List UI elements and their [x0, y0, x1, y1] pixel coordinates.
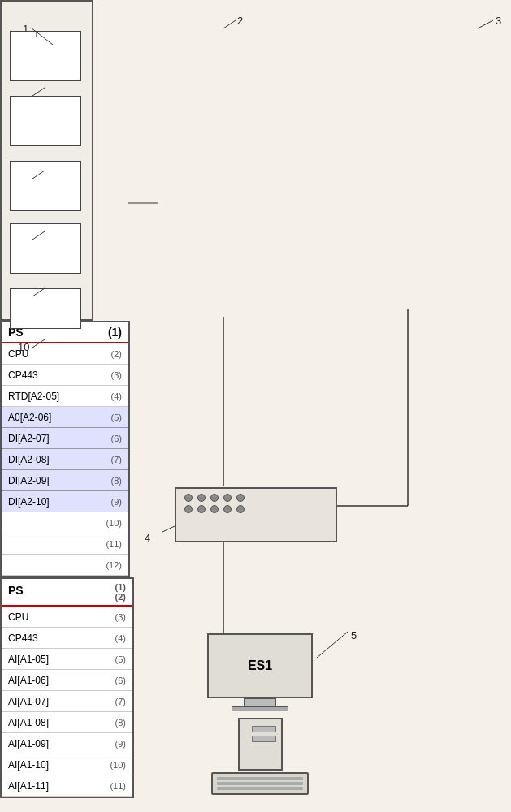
station3-header-num2: (2)	[115, 592, 126, 602]
computer-es1: ES1	[199, 633, 321, 795]
station2-row-di07: DI[A2-07] (6)	[2, 428, 128, 449]
switch-dot-7	[197, 505, 206, 513]
rack1-slot-1	[10, 31, 81, 81]
monitor-base	[232, 706, 288, 711]
station3-cpu-label: CPU	[8, 611, 28, 623]
key-row-1	[217, 777, 303, 780]
station3-ai09-label: AI[A1-09]	[8, 738, 49, 749]
station2-rtd-label: RTD[A2-05]	[8, 391, 59, 402]
switch-dot-2	[197, 494, 206, 502]
station2-panel: PS (1) CPU (2) CP443 (3) RTD[A2-05] (4) …	[0, 321, 130, 577]
station3-cpu-num: (3)	[115, 612, 126, 622]
station3-ai09-num: (9)	[115, 739, 126, 749]
monitor-stand	[244, 698, 276, 706]
station2-row-cp443: CP443 (3)	[2, 365, 128, 386]
tower-slot-1	[252, 726, 276, 732]
station3-row-ai09: AI[A1-09] (9)	[2, 733, 132, 754]
station2-di09-label: DI[A2-09]	[8, 475, 50, 486]
station2-10-num: (10)	[106, 518, 122, 528]
station3-ai07-label: AI[A1-07]	[8, 696, 49, 707]
station2-cp443-label: CP443	[8, 369, 38, 381]
station3-row-cp443: CP443 (4)	[2, 628, 132, 649]
station3-row-cpu: CPU (3)	[2, 607, 132, 628]
keyboard	[211, 772, 309, 795]
station2-row-12: (12)	[2, 555, 128, 576]
station2-row-a0: A0[A2-06] (5)	[2, 407, 128, 428]
key-row-3	[217, 787, 303, 790]
station2-di08-label: DI[A2-08]	[8, 454, 50, 465]
rack1-slot-4	[10, 223, 81, 274]
station3-ps-label: PS	[8, 582, 24, 597]
monitor: ES1	[207, 633, 313, 698]
computer-tower	[238, 718, 283, 771]
station2-row-11: (11)	[2, 533, 128, 555]
station3-row-ai07: AI[A1-07] (7)	[2, 691, 132, 712]
station2-row-di09: DI[A2-09] (8)	[2, 470, 128, 491]
station3-ai08-num: (8)	[115, 718, 126, 728]
station3-row-ai10: AI[A1-10] (10)	[2, 754, 132, 775]
station3-row-ai05: AI[A1-05] (5)	[2, 649, 132, 670]
station3-row-ai08: AI[A1-08] (8)	[2, 712, 132, 733]
station2-di08-num: (7)	[111, 455, 122, 464]
ref-2: 2	[237, 15, 243, 27]
switch-dot-6	[184, 505, 193, 513]
switch-dot-1	[184, 494, 193, 502]
station3-header: PS (1) (2)	[2, 579, 132, 607]
station2-rtd-num: (4)	[111, 391, 122, 401]
switch-dot-4	[223, 494, 232, 502]
station2-a0-num: (5)	[111, 412, 122, 422]
switch-dot-3	[210, 494, 219, 502]
svg-line-7	[317, 632, 348, 658]
svg-line-6	[162, 526, 175, 532]
ref-4: 4	[145, 532, 150, 544]
station2-di07-num: (6)	[111, 434, 122, 443]
station3-row-ai11: AI[A1-11] (11)	[2, 775, 132, 797]
station3-ai05-label: AI[A1-05]	[8, 654, 49, 665]
station2-di10-label: DI[A2-10]	[8, 496, 50, 508]
key-row-2	[217, 782, 303, 785]
computer-label: ES1	[248, 659, 272, 673]
station3-ai08-label: AI[A1-08]	[8, 717, 49, 728]
station3-header-nums: (1) (2)	[115, 582, 126, 602]
station2-row-rtd: RTD[A2-05] (4)	[2, 386, 128, 407]
station2-header-num: (1)	[108, 326, 122, 339]
switch-dot-8	[210, 505, 219, 513]
rack1-slot-3	[10, 161, 81, 211]
ref-3: 3	[496, 15, 501, 27]
switch-dot-10	[236, 505, 245, 513]
station2-cp443-num: (3)	[111, 370, 122, 380]
switch-dots-row2	[176, 503, 336, 515]
station2-di07-label: DI[A2-07]	[8, 433, 50, 444]
svg-line-8	[223, 20, 236, 28]
station3-ai11-num: (11)	[110, 781, 126, 791]
station2-11-num: (11)	[106, 539, 122, 549]
rack1-slot-2	[10, 96, 81, 146]
station3-ai11-label: AI[A1-11]	[8, 780, 49, 792]
switch-dots-row1	[176, 489, 336, 503]
station2-a0-label: A0[A2-06]	[8, 412, 51, 423]
station2-cpu-num: (2)	[111, 349, 122, 359]
station3-ai10-label: AI[A1-10]	[8, 759, 49, 771]
station3-row-ai06: AI[A1-06] (6)	[2, 670, 132, 691]
switch-dot-9	[223, 505, 232, 513]
station3-panel: PS (1) (2) CPU (3) CP443 (4) AI[A1-05] (…	[0, 577, 134, 798]
tower-slot-2	[252, 736, 276, 742]
svg-line-9	[478, 20, 493, 28]
station2-row-di10: DI[A2-10] (9)	[2, 491, 128, 512]
station2-row-10: (10)	[2, 512, 128, 533]
station3-ai05-num: (5)	[115, 654, 126, 664]
station3-ai07-num: (7)	[115, 697, 126, 706]
station3-header-num1: (1)	[115, 582, 126, 592]
network-switch	[175, 487, 337, 542]
station2-di09-num: (8)	[111, 476, 122, 486]
station2-12-num: (12)	[106, 560, 122, 570]
rack1-slot-5	[10, 288, 81, 329]
station3-ai06-label: AI[A1-06]	[8, 675, 49, 686]
ref-5: 5	[351, 629, 357, 641]
station3-ai06-num: (6)	[115, 676, 126, 685]
station3-cp443-label: CP443	[8, 633, 38, 644]
rack1	[0, 0, 93, 321]
station3-ai10-num: (10)	[110, 760, 126, 770]
station2-row-di08: DI[A2-08] (7)	[2, 449, 128, 470]
diagram-container: 1 2 3 4 5 6 7 8 9 10 PS (1) CPU (2) CP44…	[0, 0, 511, 812]
